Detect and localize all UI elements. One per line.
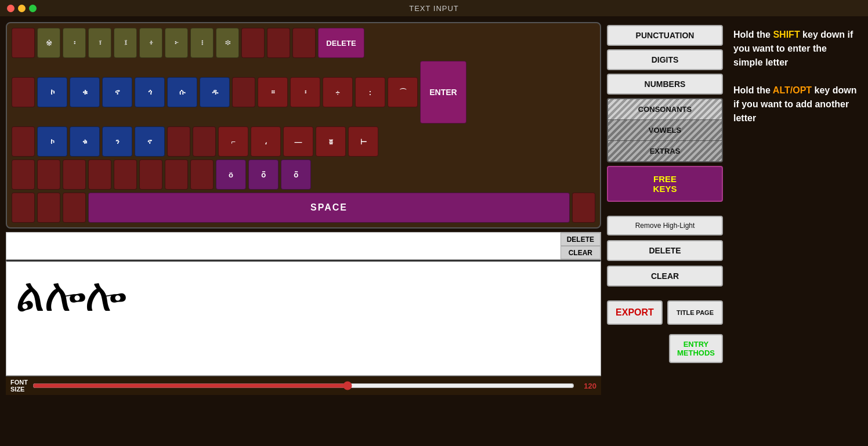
input-delete-button[interactable]: DELETE bbox=[560, 233, 601, 246]
key-r2-13[interactable]: ⌒ bbox=[388, 77, 418, 107]
key-row-5: SPACE bbox=[12, 193, 595, 223]
key-r2-9[interactable]: ። bbox=[258, 77, 288, 107]
font-size-slider[interactable] bbox=[32, 381, 574, 390]
key-r2-12[interactable]: : bbox=[355, 77, 385, 107]
displayed-text: ልሎሎ bbox=[16, 267, 591, 323]
mid-top-buttons: PUNCTUATION DIGITS NUMBERS CONSONANTS VO… bbox=[607, 25, 723, 202]
key-r1-1[interactable] bbox=[12, 28, 35, 58]
shift-highlight: SHIFT bbox=[773, 30, 800, 39]
key-r4-1[interactable] bbox=[12, 159, 35, 190]
punctuation-button[interactable]: PUNCTUATION bbox=[607, 25, 723, 46]
free-keys-button[interactable]: FREE KEYS bbox=[607, 166, 723, 202]
font-size-label: FONTSIZE bbox=[10, 379, 28, 393]
key-r1-2[interactable]: ※ bbox=[37, 28, 60, 58]
key-r1-8[interactable]: ፧ bbox=[190, 28, 214, 58]
window-controls bbox=[7, 5, 37, 12]
digits-button[interactable]: DIGITS bbox=[607, 49, 723, 70]
key-r1-4[interactable]: ፣ bbox=[88, 28, 111, 58]
key-r1-12[interactable] bbox=[292, 28, 316, 58]
key-r1-10[interactable] bbox=[241, 28, 265, 58]
font-size-value: 120 bbox=[579, 382, 596, 390]
key-r4-6[interactable] bbox=[139, 159, 162, 190]
right-panel: Hold the SHIFT key down if you want to e… bbox=[729, 22, 862, 440]
close-button[interactable] bbox=[7, 5, 15, 12]
key-row-1: ※ ፡ ፣ ፤ ፥ ፦ ፧ ፨ DELETE bbox=[12, 28, 595, 58]
key-r1-5[interactable]: ፤ bbox=[114, 28, 137, 58]
window-title: TEXT INPUT bbox=[409, 4, 459, 13]
key-r5-3[interactable] bbox=[63, 193, 86, 223]
input-clear-button[interactable]: CLEAR bbox=[560, 246, 601, 259]
extras-button[interactable]: EXTRAS bbox=[608, 141, 722, 161]
key-r3-3[interactable]: ቁ bbox=[70, 126, 100, 157]
key-r2-4[interactable]: ኖ bbox=[102, 77, 132, 107]
key-r4-7[interactable] bbox=[165, 159, 188, 190]
key-r2-6[interactable]: ሱ bbox=[167, 77, 197, 107]
key-row-4: ö ö̈ ö̈ bbox=[12, 159, 595, 190]
text-input-area: DELETE CLEAR ልሎሎ FONTSIZE 120 bbox=[6, 232, 601, 395]
key-r2-5[interactable]: ጎ bbox=[135, 77, 165, 107]
entry-methods-button[interactable]: ENTRY METHODS bbox=[669, 334, 723, 363]
key-r4-4[interactable] bbox=[88, 159, 111, 190]
key-r2-8[interactable] bbox=[232, 77, 255, 107]
key-r1-7[interactable]: ፦ bbox=[165, 28, 188, 58]
key-r3-10[interactable]: — bbox=[283, 126, 313, 157]
key-r3-4[interactable]: ን bbox=[102, 126, 132, 157]
minimize-button[interactable] bbox=[18, 5, 26, 12]
key-r1-11[interactable] bbox=[267, 28, 290, 58]
key-r2-11[interactable]: ÷ bbox=[323, 77, 353, 107]
key-r3-2[interactable]: ኮ bbox=[37, 126, 67, 157]
key-r3-7[interactable] bbox=[193, 126, 216, 157]
instruction-alt: Hold the ALT/OPT key down if you want to… bbox=[733, 84, 858, 125]
consonants-vowels-extras-group: CONSONANTS VOWELS EXTRAS bbox=[607, 98, 723, 162]
key-r3-1[interactable] bbox=[12, 126, 35, 157]
numbers-button[interactable]: NUMBERS bbox=[607, 74, 723, 95]
key-r2-2[interactable]: ኮ bbox=[37, 77, 67, 107]
key-r2-7[interactable]: ዱ bbox=[200, 77, 230, 107]
key-r2-10[interactable]: ፡ bbox=[290, 77, 320, 107]
key-r3-8[interactable]: ⌐ bbox=[218, 126, 248, 157]
title-page-button[interactable]: TITLE PAGE bbox=[667, 300, 723, 325]
delete-key[interactable]: DELETE bbox=[318, 28, 364, 58]
enter-key[interactable]: ENTER bbox=[420, 61, 466, 124]
export-button[interactable]: EXPORT bbox=[607, 300, 663, 325]
key-r2-3[interactable]: ቁ bbox=[70, 77, 100, 107]
key-r1-6[interactable]: ፥ bbox=[139, 28, 162, 58]
key-r4-3[interactable] bbox=[63, 159, 86, 190]
main-area: ※ ፡ ፣ ፤ ፥ ፦ ፧ ፨ DELETE ኮ ቁ ኖ ጎ ሱ bbox=[0, 16, 868, 446]
free-keys-line2: KEYS bbox=[653, 184, 677, 194]
key-r4-10[interactable]: ö̈ bbox=[248, 159, 279, 190]
key-r3-6[interactable] bbox=[167, 126, 190, 157]
key-r3-9[interactable]: ، bbox=[251, 126, 281, 157]
consonants-button[interactable]: CONSONANTS bbox=[608, 99, 722, 120]
key-r4-8[interactable] bbox=[190, 159, 214, 190]
mid-clear-button[interactable]: CLEAR bbox=[607, 266, 723, 287]
mid-delete-button[interactable]: DELETE bbox=[607, 240, 723, 261]
key-r3-11[interactable]: ʬ bbox=[316, 126, 346, 157]
input-bar: DELETE CLEAR bbox=[6, 232, 601, 260]
titlebar: TEXT INPUT bbox=[0, 0, 868, 16]
text-input-field[interactable] bbox=[6, 233, 560, 259]
vowels-button[interactable]: VOWELS bbox=[608, 120, 722, 141]
remove-highlight-button[interactable]: Remove High-Light bbox=[607, 216, 723, 235]
entry-methods-line2: METHODS bbox=[677, 349, 715, 357]
mid-panel: PUNCTUATION DIGITS NUMBERS CONSONANTS VO… bbox=[607, 22, 723, 440]
key-r3-5[interactable]: ኖ bbox=[135, 126, 165, 157]
maximize-button[interactable] bbox=[29, 5, 37, 12]
input-side-buttons: DELETE CLEAR bbox=[560, 233, 601, 259]
key-r2-1[interactable] bbox=[12, 77, 35, 107]
key-r1-9[interactable]: ፨ bbox=[216, 28, 239, 58]
key-r5-1[interactable] bbox=[12, 193, 35, 223]
key-r5-2[interactable] bbox=[37, 193, 60, 223]
key-r4-11[interactable]: ö̈ bbox=[281, 159, 311, 190]
key-r5-4[interactable] bbox=[572, 193, 595, 223]
space-key[interactable]: SPACE bbox=[88, 193, 570, 223]
key-row-2: ኮ ቁ ኖ ጎ ሱ ዱ ። ፡ ÷ : ⌒ ENTER bbox=[12, 61, 595, 124]
key-r4-9[interactable]: ö bbox=[216, 159, 246, 190]
free-keys-line1: FREE bbox=[653, 174, 677, 184]
font-size-bar: FONTSIZE 120 bbox=[6, 376, 601, 395]
key-r4-2[interactable] bbox=[37, 159, 60, 190]
left-panel: ※ ፡ ፣ ፤ ፥ ፦ ፧ ፨ DELETE ኮ ቁ ኖ ጎ ሱ bbox=[6, 22, 601, 440]
key-r1-3[interactable]: ፡ bbox=[63, 28, 86, 58]
key-r4-5[interactable] bbox=[114, 159, 137, 190]
key-r3-12[interactable]: ⊢ bbox=[348, 126, 378, 157]
